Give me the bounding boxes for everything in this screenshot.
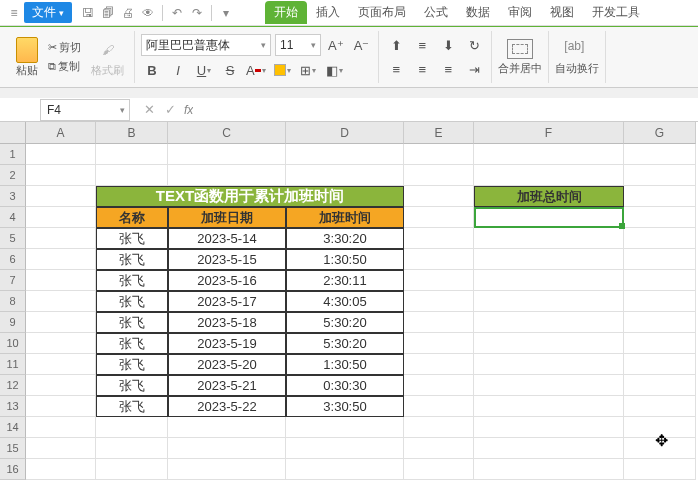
col-header[interactable]: C xyxy=(168,122,286,144)
cell[interactable]: 2023-5-15 xyxy=(168,249,286,270)
cell[interactable] xyxy=(26,417,96,438)
row-header[interactable]: 14 xyxy=(0,417,26,438)
align-top-icon[interactable]: ⬆ xyxy=(385,35,407,55)
fill-color-button[interactable] xyxy=(271,60,293,80)
cell[interactable] xyxy=(404,207,474,228)
decrease-font-icon[interactable]: A⁻ xyxy=(351,38,373,53)
cell[interactable] xyxy=(474,207,624,228)
col-header[interactable]: F xyxy=(474,122,624,144)
align-middle-icon[interactable]: ≡ xyxy=(411,35,433,55)
cell[interactable]: 3:30:20 xyxy=(286,228,404,249)
tab-formula[interactable]: 公式 xyxy=(415,1,457,24)
cell[interactable]: 张飞 xyxy=(96,270,168,291)
row-header[interactable]: 1 xyxy=(0,144,26,165)
cell[interactable] xyxy=(26,354,96,375)
cell[interactable]: 加班时间 xyxy=(286,207,404,228)
cell[interactable]: 1:30:50 xyxy=(286,354,404,375)
cell[interactable] xyxy=(286,417,404,438)
cell[interactable] xyxy=(404,438,474,459)
row-header[interactable]: 2 xyxy=(0,165,26,186)
cell[interactable] xyxy=(474,249,624,270)
cell[interactable] xyxy=(26,438,96,459)
cell[interactable]: 2:30:11 xyxy=(286,270,404,291)
cell[interactable] xyxy=(168,165,286,186)
cell[interactable]: 3:30:50 xyxy=(286,396,404,417)
row-header[interactable]: 11 xyxy=(0,354,26,375)
row-header[interactable]: 16 xyxy=(0,459,26,480)
cell[interactable]: 加班总时间 xyxy=(474,186,624,207)
cell[interactable] xyxy=(26,333,96,354)
cell[interactable] xyxy=(624,312,696,333)
border-button[interactable]: ⊞ xyxy=(297,60,319,80)
cell[interactable] xyxy=(404,459,474,480)
strike-button[interactable]: S xyxy=(219,60,241,80)
copy-button[interactable]: ⧉复制 xyxy=(46,58,83,75)
cell[interactable] xyxy=(26,228,96,249)
cell[interactable] xyxy=(624,354,696,375)
font-color-button[interactable]: A xyxy=(245,60,267,80)
cell[interactable] xyxy=(168,417,286,438)
col-header[interactable]: G xyxy=(624,122,696,144)
paste-icon[interactable] xyxy=(16,37,38,63)
row-header[interactable]: 8 xyxy=(0,291,26,312)
col-header[interactable]: A xyxy=(26,122,96,144)
cell[interactable] xyxy=(168,438,286,459)
cell[interactable]: 0:30:30 xyxy=(286,375,404,396)
align-center-icon[interactable]: ≡ xyxy=(411,59,433,79)
cell[interactable] xyxy=(26,396,96,417)
cell[interactable]: 张飞 xyxy=(96,312,168,333)
cell[interactable] xyxy=(96,438,168,459)
cell[interactable] xyxy=(474,312,624,333)
cell[interactable] xyxy=(26,144,96,165)
cell[interactable] xyxy=(26,291,96,312)
cell[interactable] xyxy=(168,144,286,165)
indent-icon[interactable]: ⇥ xyxy=(463,59,485,79)
row-header[interactable]: 5 xyxy=(0,228,26,249)
cell[interactable] xyxy=(404,417,474,438)
cell[interactable]: 2023-5-18 xyxy=(168,312,286,333)
cell[interactable] xyxy=(286,459,404,480)
cell[interactable]: 张飞 xyxy=(96,375,168,396)
cell[interactable] xyxy=(26,186,96,207)
align-bottom-icon[interactable]: ⬇ xyxy=(437,35,459,55)
cell[interactable] xyxy=(624,249,696,270)
cell[interactable]: TEXT函数用于累计加班时间 xyxy=(96,186,404,207)
cell[interactable] xyxy=(474,459,624,480)
cell[interactable] xyxy=(404,354,474,375)
cell[interactable]: 4:30:05 xyxy=(286,291,404,312)
cell[interactable] xyxy=(624,207,696,228)
tab-view[interactable]: 视图 xyxy=(541,1,583,24)
cell[interactable] xyxy=(26,249,96,270)
confirm-icon[interactable]: ✓ xyxy=(165,102,176,117)
cell[interactable] xyxy=(404,186,474,207)
cell[interactable] xyxy=(286,165,404,186)
row-header[interactable]: 3 xyxy=(0,186,26,207)
wrap-text-icon[interactable]: [ab] xyxy=(564,39,590,59)
cell[interactable] xyxy=(26,312,96,333)
cell[interactable] xyxy=(474,417,624,438)
col-header[interactable]: D xyxy=(286,122,404,144)
tab-data[interactable]: 数据 xyxy=(457,1,499,24)
formula-input[interactable] xyxy=(193,99,698,121)
cell[interactable] xyxy=(404,228,474,249)
cell[interactable] xyxy=(26,375,96,396)
cell[interactable] xyxy=(624,291,696,312)
name-box[interactable]: F4 xyxy=(40,99,130,121)
cell[interactable]: 加班日期 xyxy=(168,207,286,228)
cell[interactable] xyxy=(474,354,624,375)
row-header[interactable]: 13 xyxy=(0,396,26,417)
cell[interactable]: 2023-5-21 xyxy=(168,375,286,396)
row-header[interactable]: 15 xyxy=(0,438,26,459)
cell[interactable] xyxy=(404,291,474,312)
cell[interactable] xyxy=(474,291,624,312)
cell[interactable]: 张飞 xyxy=(96,228,168,249)
cell[interactable] xyxy=(404,312,474,333)
cell[interactable] xyxy=(26,207,96,228)
increase-font-icon[interactable]: A⁺ xyxy=(325,38,347,53)
cell[interactable] xyxy=(286,438,404,459)
cancel-icon[interactable]: ✕ xyxy=(144,102,155,117)
cell[interactable] xyxy=(96,144,168,165)
orientation-icon[interactable]: ↻ xyxy=(463,35,485,55)
cell[interactable]: 张飞 xyxy=(96,354,168,375)
cell[interactable]: 5:30:20 xyxy=(286,333,404,354)
